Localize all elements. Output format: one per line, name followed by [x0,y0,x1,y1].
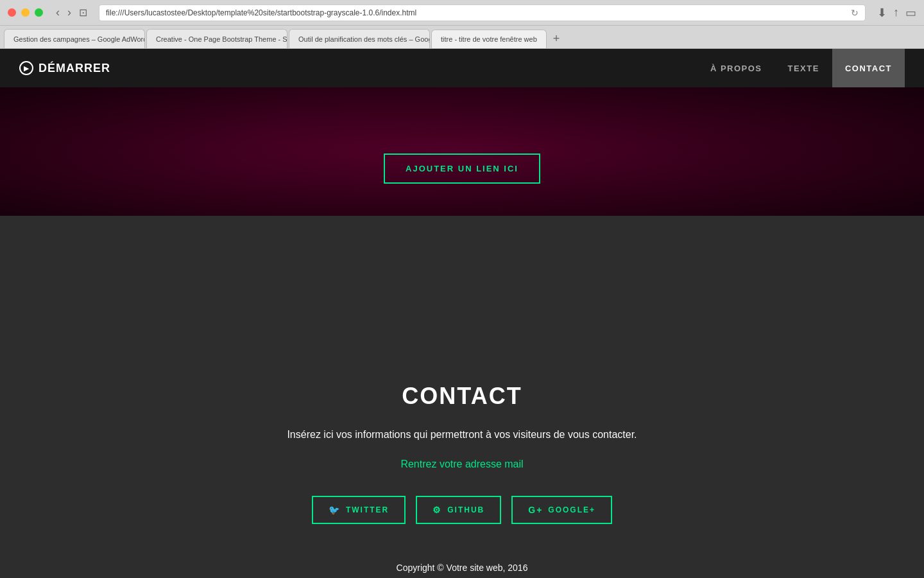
social-buttons-group: 🐦 TWITTER ⚙ GITHUB g+ GOOGLE+ [13,496,911,524]
share-icon[interactable]: ↑ [893,6,899,19]
toolbar-right: ⬇ ↑ ▭ [877,6,916,20]
contact-section: CONTACT Insérez ici vos informations qui… [0,344,924,578]
website-content: ▶ DÉMARRER À PROPOS TEXTE CONTACT AJOUTE… [0,49,924,578]
nav-contact[interactable]: CONTACT [832,49,905,87]
contact-title: CONTACT [13,383,911,410]
navbar-brand[interactable]: ▶ DÉMARRER [19,61,110,75]
googleplus-icon: g+ [528,505,543,515]
github-button[interactable]: ⚙ GITHUB [416,496,501,524]
tab-1[interactable]: Gestion des campagnes – Google AdWords [4,29,145,48]
window-mode-button[interactable]: ⊡ [79,6,87,19]
dark-filler-section [0,216,924,344]
forward-button[interactable]: › [65,6,74,19]
hero-cta-button[interactable]: AJOUTER UN LIEN ICI [384,153,540,184]
address-text: file:///Users/lucastostee/Desktop/templa… [106,8,851,17]
sidebar-icon[interactable]: ▭ [905,6,916,20]
contact-description: Insérez ici vos informations qui permett… [237,429,687,441]
download-icon[interactable]: ⬇ [877,6,887,20]
refresh-icon[interactable]: ↻ [851,8,859,18]
browser-tabs: Gestion des campagnes – Google AdWords C… [0,26,924,49]
new-tab-button[interactable]: + [548,29,565,48]
github-icon: ⚙ [432,505,442,515]
minimize-button[interactable] [21,8,30,17]
tab-2[interactable]: Creative - One Page Bootstrap Theme - St… [146,29,287,48]
copyright-text: Copyright © Votre site web, 2016 [13,563,911,573]
tab-3[interactable]: Outil de planification des mots clés – G… [289,29,430,48]
contact-email-link[interactable]: Rentrez votre adresse mail [13,459,911,470]
navbar-nav: À PROPOS TEXTE CONTACT [697,49,905,87]
navbar: ▶ DÉMARRER À PROPOS TEXTE CONTACT [0,49,924,87]
twitter-icon: 🐦 [329,505,341,515]
close-button[interactable] [8,8,16,17]
nav-about[interactable]: À PROPOS [697,49,775,87]
browser-window: ‹ › ⊡ file:///Users/lucastostee/Desktop/… [0,0,924,578]
brand-text: DÉMARRER [38,62,110,75]
twitter-button[interactable]: 🐦 TWITTER [312,496,406,524]
brand-icon: ▶ [19,61,33,75]
googleplus-button[interactable]: g+ GOOGLE+ [511,496,612,524]
address-bar[interactable]: file:///Users/lucastostee/Desktop/templa… [99,4,866,21]
browser-titlebar: ‹ › ⊡ file:///Users/lucastostee/Desktop/… [0,0,924,26]
maximize-button[interactable] [35,8,43,17]
nav-buttons: ‹ › [53,6,74,19]
nav-texte[interactable]: TEXTE [775,49,832,87]
tab-4-active[interactable]: titre - titre de votre fenêtre web [431,30,547,49]
hero-overlay [0,87,924,216]
back-button[interactable]: ‹ [53,6,62,19]
hero-section: AJOUTER UN LIEN ICI [0,87,924,216]
